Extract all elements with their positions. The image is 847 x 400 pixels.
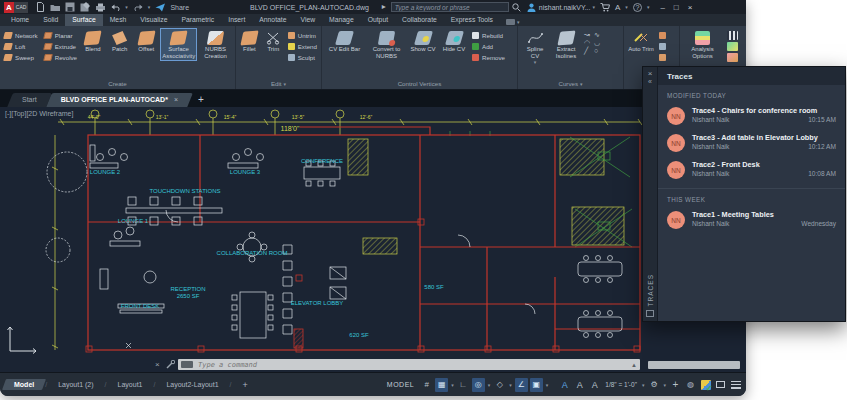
tab-manage[interactable]: Manage [322, 14, 361, 26]
annotation-scale-button[interactable]: A [588, 378, 601, 392]
create-group-label[interactable]: Create [0, 78, 235, 89]
tab-output[interactable]: Output [361, 14, 395, 26]
planar-button[interactable]: Planar [42, 30, 79, 41]
save-icon[interactable] [65, 2, 75, 12]
clean-screen-button[interactable] [714, 378, 727, 392]
object-snap-toggle[interactable]: ▣ [530, 378, 543, 392]
annotation-scale-value[interactable]: 1/8" = 1'-0" [605, 381, 637, 388]
new-drawing-tab-button[interactable]: + [190, 94, 212, 107]
model-tab[interactable]: Model [4, 378, 44, 391]
share-icon[interactable] [155, 2, 165, 12]
tab-home[interactable]: Home [4, 14, 36, 26]
tab-view[interactable]: View [293, 14, 322, 26]
plot-icon[interactable] [95, 2, 105, 12]
close-command-icon[interactable]: × [155, 360, 160, 369]
tab-solid[interactable]: Solid [36, 14, 65, 26]
offset-curve-icon[interactable]: ∿ [594, 31, 600, 38]
tab-collaborate[interactable]: Collaborate [395, 14, 444, 26]
palette-autohide-icon[interactable]: « [648, 78, 652, 86]
analysis-options-button[interactable]: Analysis Options [682, 28, 723, 61]
start-tab[interactable]: Start [10, 93, 49, 107]
project-to-ucs-button[interactable] [657, 41, 668, 52]
trace-item-trace2[interactable]: NN Trace2 - Front Desk Nishant Naik 10:0… [658, 156, 845, 183]
search-icon[interactable] [512, 2, 522, 12]
project-to-surface-button[interactable] [657, 52, 668, 63]
polar-dropdown-icon[interactable]: ▾ [488, 382, 491, 388]
patch-button[interactable]: Patch [107, 28, 133, 54]
help-icon[interactable]: ? [633, 3, 642, 12]
curvature-analysis-icon[interactable] [727, 42, 738, 51]
loft-button[interactable]: Loft [2, 41, 40, 52]
grid-toggle[interactable]: # [420, 378, 433, 392]
spline-freehand-icon[interactable]: ◡ [594, 39, 600, 46]
layout1-tab[interactable]: Layout1 [108, 378, 153, 391]
hide-cv-button[interactable]: Hide CV [439, 28, 469, 54]
traces-palette-titlebar[interactable]: × « TRACES [643, 67, 658, 321]
rebuild-button[interactable]: Rebuild [470, 30, 507, 41]
trim-button[interactable]: Trim [262, 28, 285, 54]
curve-tools-cluster[interactable]: ↝∿ ◠◡ ╱○ [582, 28, 602, 54]
new-file-icon[interactable] [35, 2, 45, 12]
untrim-button[interactable]: Untrim [286, 30, 319, 41]
annotation-monitor-button[interactable]: + [669, 378, 682, 392]
convert-to-nurbs-button[interactable]: Convert to NURBS [366, 28, 407, 61]
minimize-button[interactable]: – [660, 3, 664, 12]
model-space-badge[interactable]: MODEL [387, 381, 414, 388]
help-dropdown-icon[interactable]: ▾ [647, 4, 650, 10]
title-expand-icon[interactable]: ▸ [382, 2, 386, 12]
cv-edit-bar-button[interactable]: CV Edit Bar [324, 28, 365, 54]
horizontal-scrollbar[interactable] [648, 361, 740, 369]
fillet-button[interactable]: Fillet [238, 28, 261, 54]
graphics-performance-button[interactable]: ✓ [699, 378, 712, 392]
autocad-logo[interactable]: A CAD [4, 2, 28, 13]
blend-curve-icon[interactable]: ↝ [584, 31, 590, 38]
app-store-cart-icon[interactable] [600, 2, 610, 12]
project-to-view-button[interactable] [657, 30, 668, 41]
revolve-button[interactable]: Revolve [42, 52, 79, 63]
layout1-2-tab[interactable]: Layout1 (2) [48, 378, 103, 391]
signed-in-user[interactable]: nishant.naikVY... ▾ [527, 2, 595, 12]
share-label[interactable]: Share [170, 4, 189, 11]
curves-group-label[interactable]: Curves▾ [518, 78, 623, 89]
layout2-tab[interactable]: Layout2-Layout1 [156, 378, 228, 391]
customize-wrench-icon[interactable] [166, 360, 175, 371]
sweep-button[interactable]: Sweep [2, 52, 40, 63]
isolate-objects-button[interactable]: ◍ [684, 378, 697, 392]
line-tool-icon[interactable]: ╱ [584, 47, 590, 54]
spline-cv-button[interactable]: Spline CV▾ [520, 28, 550, 67]
snap-dropdown-icon[interactable]: ▾ [451, 382, 454, 388]
ortho-toggle[interactable]: ∟ [457, 378, 470, 392]
open-folder-icon[interactable] [50, 2, 60, 12]
redo-dropdown-icon[interactable]: ▾ [148, 4, 151, 10]
isometric-drafting-toggle[interactable]: ◇ [493, 378, 506, 392]
extend-button[interactable]: Extend [286, 41, 319, 52]
surface-associativity-button[interactable]: Surface Associativity [160, 28, 197, 61]
tab-annotate[interactable]: Annotate [252, 14, 293, 26]
circle-tool-icon[interactable]: ○ [594, 47, 600, 54]
add-button[interactable]: Add [470, 41, 507, 52]
extrude-button[interactable]: Extrude [42, 41, 79, 52]
tab-insert[interactable]: Insert [221, 14, 252, 26]
redo-icon[interactable] [133, 2, 143, 12]
network-button[interactable]: Network [2, 30, 40, 41]
save-as-icon[interactable] [80, 2, 90, 12]
scale-dropdown-icon[interactable]: ▾ [642, 382, 645, 388]
object-snap-tracking-toggle[interactable]: ∠ [515, 378, 528, 392]
model-space-canvas[interactable]: [-][Top][2D Wireframe] [0, 107, 746, 357]
trace-item-trace1[interactable]: NN Trace1 - Meeting Tables Nishant Naik … [658, 206, 845, 233]
object-snap-dropdown-icon[interactable]: ▾ [546, 382, 549, 388]
tab-surface[interactable]: Surface [65, 14, 102, 26]
zebra-analysis-icon[interactable] [727, 31, 738, 40]
workspace-dropdown-icon[interactable]: ▾ [663, 382, 666, 388]
maximize-button[interactable]: □ [674, 3, 679, 12]
trace-item-trace4[interactable]: NN Trace4 - Chairs for conference room N… [658, 102, 845, 129]
draft-analysis-icon[interactable] [727, 53, 738, 62]
palette-close-icon[interactable]: × [648, 69, 653, 78]
drawing-file-tab[interactable]: BLVD OFFICE PLAN-AUTOCAD*× [49, 93, 190, 107]
palette-properties-icon[interactable] [646, 310, 654, 317]
edit-group-label[interactable]: Edit▾ [236, 78, 321, 89]
snap-toggle[interactable]: ▦ [435, 378, 448, 392]
customization-menu-button[interactable] [729, 378, 742, 392]
offset-button[interactable]: Offset [133, 28, 159, 54]
show-cv-button[interactable]: Show CV [408, 28, 438, 54]
